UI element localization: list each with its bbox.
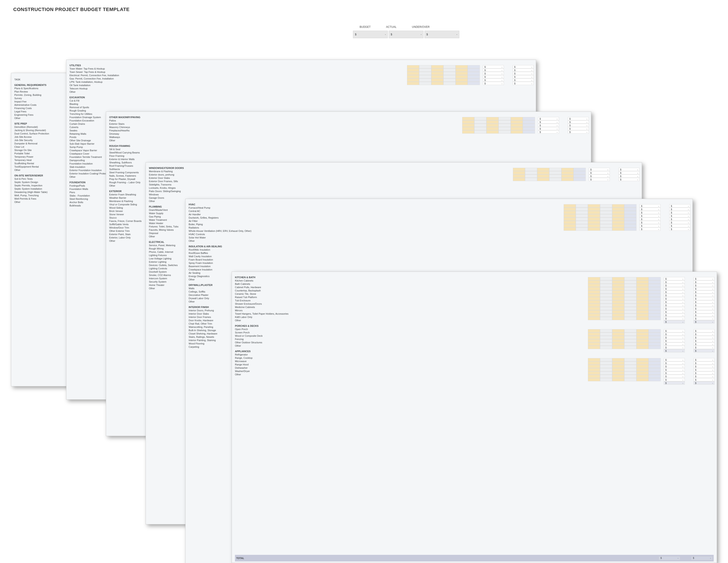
summary-label-delta: UNDER/OVER bbox=[412, 25, 430, 28]
summary-block: BUDGET ACTUAL UNDER/OVER $ - $ - $ - bbox=[353, 25, 459, 30]
summary-label-budget: BUDGET bbox=[360, 25, 371, 28]
page-title: CONSTRUCTION PROJECT BUDGET TEMPLATE bbox=[13, 7, 724, 12]
summary-label-actual: ACTUAL bbox=[386, 25, 396, 28]
